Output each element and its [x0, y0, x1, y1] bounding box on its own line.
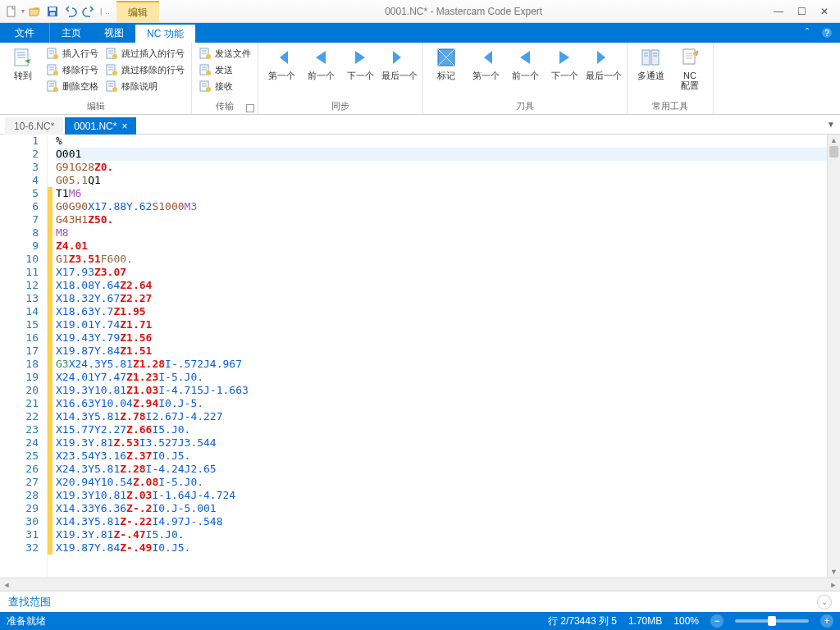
- tfirst-button[interactable]: 第一个: [468, 44, 504, 82]
- insert-line-button[interactable]: 插入行号: [44, 46, 100, 61]
- next-button[interactable]: 下一个: [342, 44, 378, 82]
- code-line-16[interactable]: X19.43 Y.79 Z1.56: [56, 331, 827, 345]
- svg-point-33: [112, 87, 117, 92]
- remove-line-button[interactable]: 移除行号: [44, 62, 100, 77]
- svg-point-25: [112, 54, 117, 59]
- code-line-20[interactable]: X19.3 Y10.81 Z1.03 I-4.715 J-1.663: [56, 384, 827, 397]
- minimize-button[interactable]: —: [768, 4, 789, 19]
- dialog-launcher-icon[interactable]: [246, 104, 254, 112]
- code-line-18[interactable]: G3 X24.3 Y5.81 Z1.28 I-.572 J4.967: [56, 358, 827, 371]
- code-line-5[interactable]: T1 M6: [56, 187, 827, 200]
- code-line-26[interactable]: X24.3 Y5.81 Z.28 I-4.24 J2.65: [56, 463, 827, 476]
- scroll-down-arrow[interactable]: ▼: [828, 566, 840, 578]
- tprev-button[interactable]: 前一个: [507, 44, 543, 82]
- ribbon-group-3: 标记第一个前一个下一个最后一个刀具: [423, 43, 628, 114]
- multichannel-button[interactable]: 多通道: [632, 44, 669, 82]
- ribbon-collapse-icon[interactable]: ˆ: [801, 26, 814, 39]
- last-button[interactable]: 最后一个: [381, 44, 418, 82]
- qat-more-icon[interactable]: ‥: [105, 7, 110, 16]
- expand-icon[interactable]: ⌄: [817, 595, 832, 609]
- svg-rect-53: [683, 49, 695, 64]
- code-line-14[interactable]: X18.63 Y.7 Z1.95: [56, 305, 827, 318]
- ncconfig-button[interactable]: NC 配置: [672, 44, 708, 92]
- ribbon-group-1: 发送文件发送接收传输: [192, 43, 258, 114]
- horizontal-scrollbar[interactable]: ◄ ►: [0, 578, 840, 591]
- skip-insert-button[interactable]: 跳过插入的行号: [103, 46, 186, 61]
- code-line-4[interactable]: G05.1 Q1: [56, 174, 827, 187]
- skip-insert-icon: [105, 47, 118, 60]
- code-line-1[interactable]: %: [56, 135, 827, 148]
- close-tab-icon[interactable]: ×: [121, 121, 127, 132]
- toolmark-button[interactable]: 标记: [428, 44, 464, 82]
- document-tab-0[interactable]: 10-6.NC*: [5, 117, 63, 135]
- scroll-thumb[interactable]: [829, 146, 838, 158]
- tlast-button[interactable]: 最后一个: [586, 44, 622, 82]
- code-line-22[interactable]: X14.3 Y5.81 Z.78 I2.67 J-4.227: [56, 410, 827, 423]
- code-line-9[interactable]: Z4.01: [56, 240, 827, 253]
- close-button[interactable]: ✕: [814, 4, 835, 19]
- code-line-10[interactable]: G1 Z3.51 F600.: [56, 253, 827, 266]
- goto-button[interactable]: 转到: [5, 44, 41, 82]
- code-line-12[interactable]: X18.08 Y.64 Z2.64: [56, 279, 827, 292]
- document-tab-1[interactable]: 0001.NC*×: [65, 117, 136, 135]
- status-filesize: 1.70MB: [628, 615, 662, 627]
- qat-undo-button[interactable]: [62, 3, 79, 20]
- code-line-23[interactable]: X15.77 Y2.27 Z.66 I5. J0.: [56, 423, 827, 436]
- zoom-slider[interactable]: [735, 619, 809, 623]
- code-line-21[interactable]: X16.63 Y10.04 Z.94 I0. J-5.: [56, 397, 827, 410]
- tnext-button[interactable]: 下一个: [546, 44, 582, 82]
- contextual-tab-edit[interactable]: 编辑: [116, 1, 159, 22]
- document-tab-strip: 10-6.NC*0001.NC*×▼: [0, 115, 840, 135]
- scroll-up-arrow[interactable]: ▲: [828, 135, 840, 146]
- prev-button[interactable]: 前一个: [303, 44, 339, 82]
- scroll-left-arrow[interactable]: ◄: [0, 581, 13, 589]
- help-icon[interactable]: ?: [820, 26, 833, 39]
- code-line-31[interactable]: X19.3 Y.81 Z-.47 I5. J0.: [56, 528, 827, 541]
- svg-point-41: [206, 71, 211, 75]
- dropdown-icon[interactable]: ▾: [21, 7, 25, 15]
- ribbon-tab-1[interactable]: 视图: [93, 23, 135, 43]
- qat-save-button[interactable]: [44, 3, 61, 20]
- code-line-28[interactable]: X19.3 Y10.81 Z.03 I-1.64 J-4.724: [56, 489, 827, 502]
- scroll-right-arrow[interactable]: ►: [827, 581, 840, 589]
- qat-open-button[interactable]: [26, 3, 43, 20]
- code-line-7[interactable]: G43 H1 Z50.: [56, 213, 827, 226]
- code-line-8[interactable]: M8: [56, 226, 827, 240]
- maximize-button[interactable]: ☐: [791, 4, 812, 19]
- code-line-17[interactable]: X19.87 Y.84 Z1.51: [56, 345, 827, 358]
- code-line-3[interactable]: G91 G28 Z0.: [56, 161, 827, 174]
- zoom-in-button[interactable]: +: [820, 614, 833, 628]
- delete-space-button[interactable]: 删除空格: [44, 79, 100, 94]
- code-line-6[interactable]: G0 G90 X17.88 Y.62 S1000 M3: [56, 200, 827, 213]
- quick-access-toolbar: ▾ | ‥: [0, 3, 110, 20]
- code-line-24[interactable]: X19.3 Y.81 Z.53 I3.527 J3.544: [56, 436, 827, 450]
- tab-overflow-button[interactable]: ▼: [827, 120, 835, 129]
- zoom-out-button[interactable]: −: [710, 614, 724, 628]
- ribbon-tab-2[interactable]: NC 功能: [135, 23, 195, 43]
- qat-redo-button[interactable]: [80, 3, 97, 20]
- code-line-27[interactable]: X20.94 Y10.54 Z.08 I-5. J0.: [56, 476, 827, 489]
- first-button[interactable]: 第一个: [263, 44, 299, 82]
- code-line-11[interactable]: X17.93 Z3.07: [56, 266, 827, 279]
- code-line-19[interactable]: X24.01 Y7.47 Z1.23 I-5. J0.: [56, 371, 827, 384]
- remove-comment-button[interactable]: 移除说明: [103, 79, 186, 94]
- code-line-25[interactable]: X23.54 Y3.16 Z.37 I0. J5.: [56, 450, 827, 463]
- code-editor[interactable]: 1234567891011121314151617181920212223242…: [0, 135, 840, 578]
- file-tab[interactable]: 文件: [0, 23, 50, 43]
- code-line-13[interactable]: X18.32 Y.67 Z2.27: [56, 292, 827, 305]
- code-lines[interactable]: %O001G91 G28 Z0.G05.1 Q1T1 M6G0 G90 X17.…: [52, 135, 827, 578]
- vertical-scrollbar[interactable]: ▲ ▼: [827, 135, 840, 578]
- qat-new-button[interactable]: [3, 3, 20, 20]
- receive-button[interactable]: 接收: [197, 79, 253, 94]
- code-line-30[interactable]: X14.3 Y5.81 Z-.22 I4.97 J-.548: [56, 515, 827, 528]
- ribbon-tab-0[interactable]: 主页: [50, 23, 93, 43]
- send-file-button[interactable]: 发送文件: [197, 46, 253, 61]
- code-line-15[interactable]: X19.01 Y.74 Z1.71: [56, 318, 827, 331]
- code-line-2[interactable]: O001: [56, 148, 827, 161]
- find-panel[interactable]: 查找范围 ⌄: [0, 591, 840, 612]
- code-line-32[interactable]: X19.87 Y.84 Z-.49 I0. J5.: [56, 541, 827, 555]
- send-button[interactable]: 发送: [197, 62, 253, 77]
- skip-remove-button[interactable]: 跳过移除的行号: [103, 62, 186, 77]
- code-line-29[interactable]: X14.33 Y6.36 Z-.2 I0. J-5.001: [56, 502, 827, 515]
- receive-icon: [199, 80, 212, 93]
